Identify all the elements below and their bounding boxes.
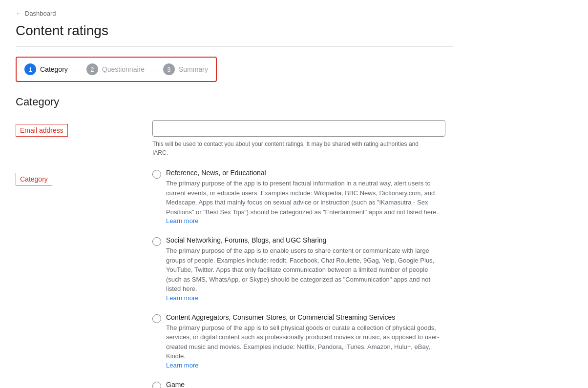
email-input[interactable] (152, 120, 445, 137)
section-title: Category (16, 96, 453, 108)
step-2-circle: 2 (86, 63, 98, 75)
radio-desc-aggregator: The primary purpose of the app is to sel… (166, 323, 440, 361)
radio-option-aggregator: Content Aggregators, Consumer Stores, or… (152, 313, 453, 369)
learn-more-aggregator[interactable]: Learn more (166, 362, 198, 369)
step-separator-1: — (74, 65, 81, 73)
email-row: Email address This will be used to conta… (16, 120, 453, 157)
radio-title-social: Social Networking, Forums, Blogs, and UG… (166, 236, 440, 244)
email-hint: This will be used to contact you about y… (152, 140, 436, 157)
step-1-circle: 1 (24, 63, 36, 75)
back-label: Dashboard (25, 10, 56, 17)
radio-desc-social: The primary purpose of the app is to ena… (166, 246, 440, 294)
learn-more-reference[interactable]: Learn more (166, 217, 198, 225)
step-separator-2: — (150, 65, 157, 73)
step-3-label: Summary (179, 65, 208, 73)
radio-content-social: Social Networking, Forums, Blogs, and UG… (166, 236, 440, 302)
email-content-col: This will be used to contact you about y… (152, 120, 453, 157)
category-options-col: Reference, News, or EducationalThe prima… (152, 169, 453, 388)
radio-content-game: GameThe app is a game. Examples include:… (166, 381, 440, 388)
learn-more-social[interactable]: Learn more (166, 294, 198, 302)
section-divider (16, 46, 453, 47)
radio-option-reference: Reference, News, or EducationalThe prima… (152, 169, 453, 225)
radio-option-game: GameThe app is a game. Examples include:… (152, 381, 453, 388)
back-arrow-icon: ← (16, 10, 22, 17)
step-2-label: Questionnaire (102, 65, 145, 73)
step-category[interactable]: 1 Category (24, 63, 68, 75)
radio-game[interactable] (152, 382, 161, 388)
radio-title-game: Game (166, 381, 440, 388)
radio-content-aggregator: Content Aggregators, Consumer Stores, or… (166, 313, 440, 369)
email-label: Email address (16, 124, 68, 137)
radio-title-aggregator: Content Aggregators, Consumer Stores, or… (166, 313, 440, 321)
radio-content-reference: Reference, News, or EducationalThe prima… (166, 169, 440, 225)
back-link[interactable]: ← Dashboard (16, 10, 453, 17)
step-summary[interactable]: 3 Summary (163, 63, 208, 75)
category-label-col: Category (16, 169, 152, 388)
step-1-label: Category (40, 65, 68, 73)
radio-option-social: Social Networking, Forums, Blogs, and UG… (152, 236, 453, 302)
step-questionnaire[interactable]: 2 Questionnaire (86, 63, 145, 75)
radio-social[interactable] (152, 237, 161, 246)
radio-reference[interactable] (152, 170, 161, 179)
radio-title-reference: Reference, News, or Educational (166, 169, 440, 177)
page-title: Content ratings (16, 23, 453, 39)
step-3-circle: 3 (163, 63, 175, 75)
page-container: ← Dashboard Content ratings 1 Category —… (0, 0, 469, 388)
stepper: 1 Category — 2 Questionnaire — 3 Summary (16, 57, 217, 82)
email-label-col: Email address (16, 120, 152, 157)
category-row: Category Reference, News, or Educational… (16, 169, 453, 388)
radio-aggregator[interactable] (152, 314, 161, 323)
category-label: Category (16, 173, 52, 185)
radio-desc-reference: The primary purpose of the app is to pre… (166, 179, 440, 217)
